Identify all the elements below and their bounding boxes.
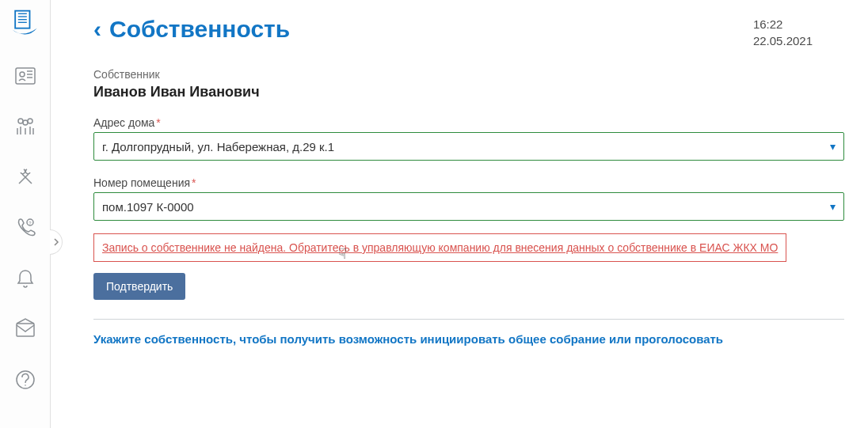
svg-rect-15 xyxy=(17,324,34,336)
svg-point-17 xyxy=(25,384,26,386)
sidebar-item-bell[interactable] xyxy=(0,253,51,304)
svg-point-10 xyxy=(18,119,23,123)
svg-point-6 xyxy=(20,72,25,77)
page-title: Собственность xyxy=(109,16,290,43)
address-value: г. Долгопрудный, ул. Набережная, д.29 к.… xyxy=(102,140,334,153)
room-select[interactable]: пом.1097 К-0000 ▾ xyxy=(93,192,844,221)
info-message: Укажите собственность, чтобы получить во… xyxy=(93,319,844,346)
sidebar-item-mail[interactable] xyxy=(0,304,51,354)
chevron-down-icon: ▾ xyxy=(830,200,836,213)
app-logo[interactable] xyxy=(0,0,51,51)
svg-rect-5 xyxy=(16,68,35,84)
date-text: 22.05.2021 xyxy=(753,32,813,49)
sidebar-item-profile[interactable] xyxy=(0,51,51,101)
owner-name: Иванов Иван Иванович xyxy=(93,84,844,100)
sidebar-item-tools[interactable] xyxy=(0,152,51,203)
sidebar-item-help[interactable] xyxy=(0,354,51,405)
room-label: Номер помещения* xyxy=(93,176,844,189)
error-link[interactable]: Запись о собственнике не найдена. Обрати… xyxy=(102,241,778,254)
svg-point-11 xyxy=(28,119,32,123)
confirm-button[interactable]: Подтвердить xyxy=(93,273,185,300)
sidebar-item-phone[interactable]: ? xyxy=(0,203,51,253)
sidebar-item-people[interactable] xyxy=(0,101,51,152)
main-content: ‹ Собственность 16:22 22.05.2021 Собстве… xyxy=(51,0,868,428)
address-label: Адрес дома* xyxy=(93,116,844,129)
datetime-block: 16:22 22.05.2021 xyxy=(753,16,844,49)
page-title-row[interactable]: ‹ Собственность xyxy=(93,16,290,43)
back-icon[interactable]: ‹ xyxy=(93,16,101,43)
chevron-down-icon: ▾ xyxy=(830,140,836,153)
room-value: пом.1097 К-0000 xyxy=(102,200,194,214)
owner-label: Собственник xyxy=(93,68,844,81)
address-select[interactable]: г. Долгопрудный, ул. Набережная, д.29 к.… xyxy=(93,132,844,161)
svg-point-12 xyxy=(23,120,28,125)
sidebar: ? xyxy=(0,0,51,428)
time-text: 16:22 xyxy=(753,16,813,32)
error-box: Запись о собственнике не найдена. Обрати… xyxy=(93,233,786,262)
